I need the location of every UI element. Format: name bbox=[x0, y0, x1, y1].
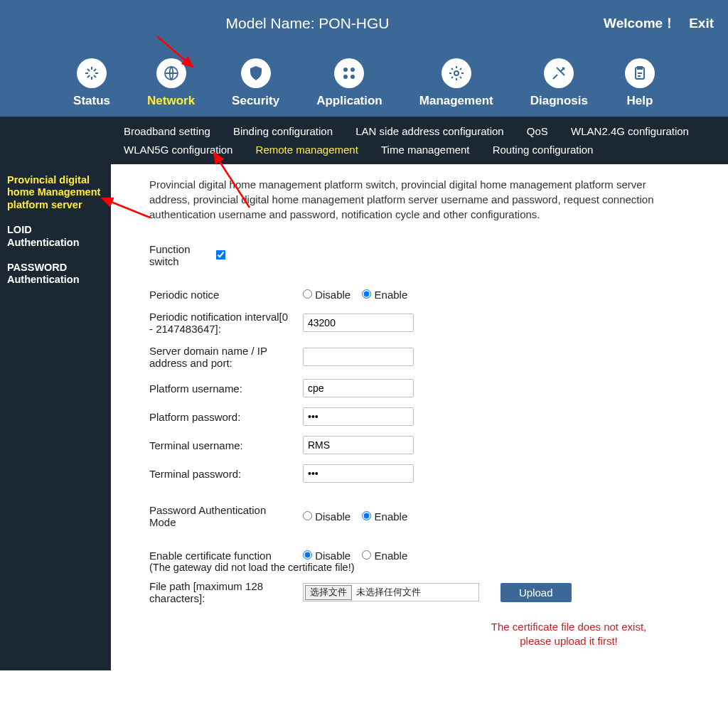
svg-point-4 bbox=[350, 75, 355, 79]
platform-pass-input[interactable] bbox=[303, 407, 414, 426]
sidebar-item-loid-auth[interactable]: LOID Authentication bbox=[7, 224, 104, 249]
status-icon bbox=[77, 58, 107, 88]
main-nav: Status Network Security Application Mana… bbox=[0, 40, 728, 117]
file-none-text: 未选择任何文件 bbox=[356, 586, 421, 599]
main-content: Provincial digital home management platf… bbox=[111, 164, 728, 670]
cert-label: Enable certificate function bbox=[149, 550, 303, 562]
nav-status[interactable]: Status bbox=[73, 58, 110, 108]
svg-point-3 bbox=[343, 75, 348, 79]
nav-diagnosis[interactable]: Diagnosis bbox=[530, 58, 588, 108]
model-name: Model Name: PON-HGU bbox=[11, 15, 604, 32]
terminal-user-input[interactable] bbox=[303, 436, 414, 454]
nav-management[interactable]: Management bbox=[419, 58, 493, 108]
sub-nav: Broadband setting Binding configuration … bbox=[0, 117, 728, 164]
gear-icon bbox=[441, 58, 471, 88]
subnav-binding[interactable]: Binding configuration bbox=[233, 125, 333, 137]
function-switch-label: Function switch bbox=[149, 243, 216, 267]
welcome-link[interactable]: Welcome！ bbox=[604, 14, 676, 33]
pwd-auth-disable[interactable]: Disable bbox=[303, 510, 350, 523]
subnav-broadband[interactable]: Broadband setting bbox=[124, 125, 210, 137]
file-path-label: File path [maximum 128 characters]: bbox=[149, 580, 303, 604]
interval-input[interactable] bbox=[303, 314, 414, 332]
terminal-user-label: Terminal username: bbox=[149, 439, 303, 451]
svg-point-1 bbox=[343, 68, 348, 72]
file-choose-button[interactable]: 选择文件 bbox=[305, 585, 352, 600]
page-description: Provincial digital home management platf… bbox=[149, 177, 690, 222]
platform-user-input[interactable] bbox=[303, 379, 414, 397]
sidebar: Provincial digital home Management platf… bbox=[0, 164, 111, 670]
subnav-remote[interactable]: Remote management bbox=[256, 144, 358, 156]
nav-application[interactable]: Application bbox=[316, 58, 382, 108]
nav-security[interactable]: Security bbox=[232, 58, 279, 108]
upload-button[interactable]: Upload bbox=[500, 583, 572, 602]
terminal-pass-input[interactable] bbox=[303, 464, 414, 483]
pwd-auth-label: Password Authentication Mode bbox=[149, 504, 303, 528]
nav-network[interactable]: Network bbox=[147, 58, 195, 108]
cert-enable[interactable]: Enable bbox=[362, 550, 407, 562]
subnav-wlan5g[interactable]: WLAN5G configuration bbox=[124, 144, 232, 156]
svg-point-5 bbox=[454, 71, 459, 75]
file-input[interactable]: 选择文件 未选择任何文件 bbox=[303, 583, 479, 601]
subnav-time[interactable]: Time management bbox=[381, 144, 470, 156]
nav-help[interactable]: Help bbox=[625, 58, 655, 108]
cert-note: (The gateway did not load the certificat… bbox=[149, 562, 700, 573]
terminal-pass-label: Terminal password: bbox=[149, 468, 303, 480]
interval-label: Periodic notification interval[0 - 21474… bbox=[149, 311, 303, 335]
subnav-routing[interactable]: Routing configuration bbox=[493, 144, 594, 156]
subnav-lan[interactable]: LAN side address configuration bbox=[355, 125, 503, 137]
globe-icon bbox=[156, 58, 186, 88]
platform-user-label: Platform username: bbox=[149, 382, 303, 395]
pwd-auth-enable[interactable]: Enable bbox=[362, 510, 407, 523]
svg-point-2 bbox=[350, 68, 355, 72]
platform-pass-label: Platform password: bbox=[149, 411, 303, 423]
cert-disable[interactable]: Disable bbox=[303, 550, 350, 562]
clipboard-icon bbox=[625, 58, 655, 88]
grid-icon bbox=[334, 58, 364, 88]
function-switch-checkbox[interactable] bbox=[216, 250, 226, 259]
periodic-notice-label: Periodic notice bbox=[149, 289, 303, 301]
server-label: Server domain name / IP address and port… bbox=[149, 345, 303, 369]
server-input[interactable] bbox=[303, 348, 414, 366]
exit-link[interactable]: Exit bbox=[689, 16, 714, 31]
cert-warning: The certificate file does not exist, ple… bbox=[491, 620, 647, 649]
sidebar-item-password-auth[interactable]: PASSWORD Authentication bbox=[7, 262, 104, 287]
shield-icon bbox=[241, 58, 271, 88]
subnav-wlan24g[interactable]: WLAN2.4G configuration bbox=[571, 125, 689, 137]
periodic-notice-enable[interactable]: Enable bbox=[362, 289, 407, 301]
periodic-notice-disable[interactable]: Disable bbox=[303, 289, 350, 301]
tools-icon bbox=[544, 58, 574, 88]
sidebar-item-platform-server[interactable]: Provincial digital home Management platf… bbox=[7, 174, 104, 211]
subnav-qos[interactable]: QoS bbox=[527, 125, 548, 137]
